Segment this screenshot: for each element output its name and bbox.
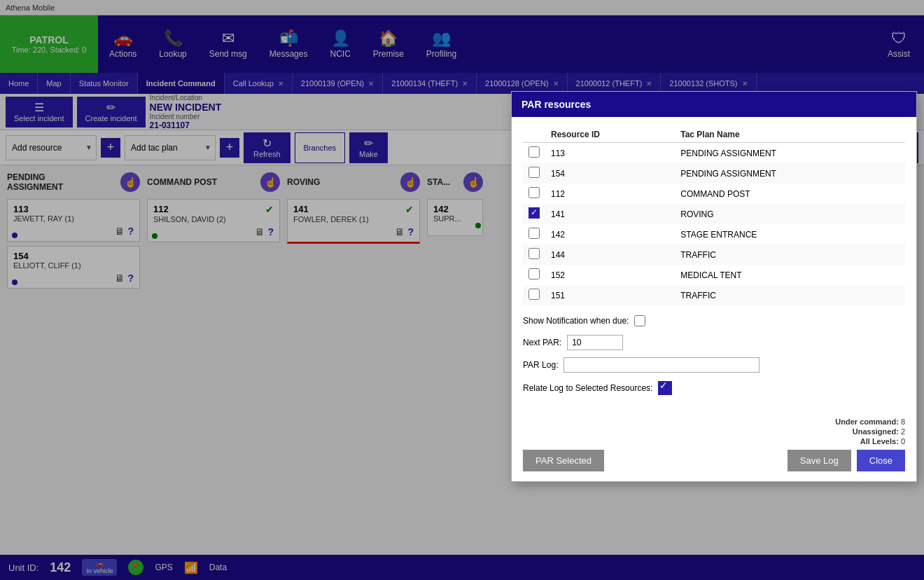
relate-log-label: Relate Log to Selected Resources: [523, 383, 652, 393]
par-row-check-cell[interactable] [523, 244, 545, 265]
par-log-input[interactable] [564, 357, 760, 373]
par-row-tac-154: PENDING ASSIGNMENT [675, 163, 905, 184]
par-table-row: 151TRAFFIC [523, 285, 905, 305]
close-button[interactable]: Close [857, 450, 905, 471]
under-command-label: Under command: [835, 417, 898, 426]
modal-save-close-buttons: Save Log Close [788, 450, 905, 471]
next-par-input[interactable] [567, 335, 623, 350]
par-row-checkbox-144[interactable] [528, 248, 540, 259]
modal-right-section: Under command: 8 Unassigned: 2 All Level… [788, 417, 905, 471]
par-row-check-cell[interactable] [523, 265, 545, 285]
par-row-checkbox-112[interactable] [528, 187, 540, 198]
notification-row: Show Notification when due: [523, 315, 905, 326]
col-header-check [523, 127, 545, 143]
all-levels-value: 0 [901, 437, 905, 446]
par-selected-label: PAR Selected [536, 455, 592, 466]
save-log-label: Save Log [800, 455, 839, 466]
par-row-checkbox-141[interactable] [528, 207, 540, 219]
close-label: Close [869, 455, 892, 466]
par-modal-header: PAR resources [512, 92, 916, 117]
unassigned-label: Unassigned: [853, 427, 899, 436]
par-row-check-cell[interactable] [523, 204, 545, 224]
modal-footer: PAR Selected Under command: 8 Unassigned… [512, 415, 916, 481]
par-table-row: 112COMMAND POST [523, 184, 905, 204]
par-row-id-144: 144 [545, 244, 675, 265]
par-row-tac-151: TRAFFIC [675, 285, 905, 305]
par-row-checkbox-152[interactable] [528, 268, 540, 279]
par-row-tac-113: PENDING ASSIGNMENT [675, 143, 905, 164]
under-command-stat: Under command: 8 [835, 417, 905, 426]
all-levels-stat: All Levels: 0 [835, 437, 905, 446]
par-row-id-113: 113 [545, 143, 675, 164]
par-modal-title: PAR resources [522, 99, 591, 110]
show-notification-label: Show Notification when due: [523, 316, 629, 326]
under-command-value: 8 [901, 417, 905, 426]
unassigned-stat: Unassigned: 2 [835, 427, 905, 436]
stats-area: Under command: 8 Unassigned: 2 All Level… [835, 417, 905, 447]
relate-row: Relate Log to Selected Resources: [523, 381, 905, 395]
par-row-tac-142: STAGE ENTRANCE [675, 224, 905, 244]
col-header-tac-plan: Tac Plan Name [675, 127, 905, 143]
save-log-button[interactable]: Save Log [788, 450, 851, 471]
par-row-check-cell[interactable] [523, 285, 545, 305]
par-row-check-cell[interactable] [523, 143, 545, 164]
par-row-tac-112: COMMAND POST [675, 184, 905, 204]
par-table-row: 152MEDICAL TENT [523, 265, 905, 285]
par-row-checkbox-113[interactable] [528, 146, 540, 158]
col-header-resource-id: Resource ID [545, 127, 675, 143]
par-row-check-cell[interactable] [523, 224, 545, 244]
par-row-id-154: 154 [545, 163, 675, 184]
par-row-check-cell[interactable] [523, 163, 545, 184]
par-modal-body: Resource ID Tac Plan Name 113PENDING ASS… [512, 117, 916, 415]
par-row-id-141: 141 [545, 204, 675, 224]
all-levels-label: All Levels: [860, 437, 899, 446]
par-row-id-152: 152 [545, 265, 675, 285]
par-table-row: 144TRAFFIC [523, 244, 905, 265]
par-row-id-142: 142 [545, 224, 675, 244]
show-notification-checkbox[interactable] [634, 315, 645, 326]
unassigned-value: 2 [901, 427, 905, 436]
modal-action-buttons: PAR Selected [523, 450, 604, 471]
modal-overlay: PAR resources Resource ID Tac Plan Name … [0, 0, 924, 580]
par-row-id-151: 151 [545, 285, 675, 305]
par-table-row: 142STAGE ENTRANCE [523, 224, 905, 244]
par-row-tac-152: MEDICAL TENT [675, 265, 905, 285]
par-row-checkbox-142[interactable] [528, 228, 540, 239]
par-row-checkbox-151[interactable] [528, 289, 540, 300]
par-row-tac-141: ROVING [675, 204, 905, 224]
next-par-row: Next PAR: [523, 335, 905, 350]
par-modal: PAR resources Resource ID Tac Plan Name … [511, 91, 917, 482]
par-table-row: 113PENDING ASSIGNMENT [523, 143, 905, 164]
par-row-tac-144: TRAFFIC [675, 244, 905, 265]
par-table-row: 154PENDING ASSIGNMENT [523, 163, 905, 184]
par-log-row: PAR Log: [523, 357, 905, 373]
par-row-checkbox-154[interactable] [528, 167, 540, 178]
par-row-id-112: 112 [545, 184, 675, 204]
par-row-check-cell[interactable] [523, 184, 545, 204]
relate-log-checkbox[interactable] [658, 381, 672, 395]
par-table-row: 141ROVING [523, 204, 905, 224]
par-selected-button[interactable]: PAR Selected [523, 450, 604, 471]
par-resources-table: Resource ID Tac Plan Name 113PENDING ASS… [523, 127, 905, 305]
par-log-label: PAR Log: [523, 360, 558, 370]
next-par-label: Next PAR: [523, 338, 561, 347]
